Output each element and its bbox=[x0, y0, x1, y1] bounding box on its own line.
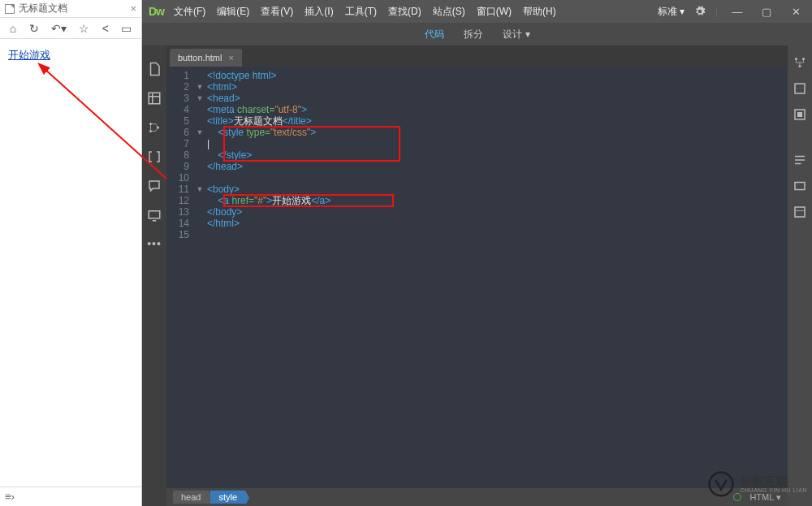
menu-edit[interactable]: 编辑(E) bbox=[217, 5, 249, 19]
crumb-style[interactable]: style bbox=[210, 491, 245, 504]
panel-icon-5[interactable] bbox=[793, 179, 807, 193]
branch-icon[interactable] bbox=[147, 120, 162, 135]
close-icon[interactable]: × bbox=[130, 2, 136, 15]
svg-rect-13 bbox=[795, 207, 805, 217]
tab-label: button.html bbox=[178, 53, 222, 63]
preview-pane: 无标题文档 × ⌂ ↻ ↶▾ ☆ < ▭ 开始游戏 ≡› bbox=[0, 0, 142, 506]
workspace-mode[interactable]: 标准 ▾ bbox=[658, 5, 685, 19]
left-tool-rail: ••• bbox=[142, 45, 166, 506]
svg-rect-5 bbox=[149, 211, 160, 218]
menu-site[interactable]: 站点(S) bbox=[433, 5, 465, 19]
maximize-button[interactable]: ▢ bbox=[757, 6, 776, 18]
close-button[interactable]: ✕ bbox=[786, 6, 806, 18]
undo-icon[interactable]: ↶▾ bbox=[48, 20, 70, 37]
svg-point-6 bbox=[795, 58, 797, 60]
menu-file[interactable]: 文件(F) bbox=[174, 5, 205, 19]
tab-bar: button.html × bbox=[166, 45, 788, 67]
preview-content: 开始游戏 bbox=[0, 39, 141, 487]
svg-rect-1 bbox=[149, 93, 160, 104]
breadcrumb: head style HTML ▾ bbox=[166, 488, 788, 506]
gear-icon[interactable] bbox=[694, 6, 706, 17]
crumb-head[interactable]: head bbox=[173, 491, 209, 504]
svg-rect-12 bbox=[795, 183, 805, 190]
watermark-sub: CHUANG XIN HU LIAN bbox=[740, 487, 807, 493]
svg-rect-9 bbox=[795, 84, 805, 93]
app-logo: Dw bbox=[149, 5, 164, 18]
svg-rect-11 bbox=[797, 112, 802, 117]
menu-help[interactable]: 帮助(H) bbox=[523, 5, 556, 19]
star-icon[interactable]: ☆ bbox=[76, 20, 93, 37]
watermark-logo-icon bbox=[707, 470, 735, 498]
dreamweaver-app: Dw 文件(F) 编辑(E) 查看(V) 插入(I) 工具(T) 查找(D) 站… bbox=[142, 0, 812, 506]
code-editor[interactable]: 123456789101112131415 ▼▼▼▼ <!doctype htm… bbox=[166, 67, 788, 488]
svg-point-3 bbox=[149, 130, 152, 132]
menu-find[interactable]: 查找(D) bbox=[388, 5, 421, 19]
preview-toolbar: ⌂ ↻ ↶▾ ☆ < ▭ bbox=[0, 18, 141, 39]
file-tab[interactable]: button.html × bbox=[170, 49, 242, 67]
manage-icon[interactable] bbox=[147, 91, 162, 106]
menu-window[interactable]: 窗口(W) bbox=[477, 5, 512, 19]
menu-tools[interactable]: 工具(T) bbox=[345, 5, 377, 19]
menubar: Dw 文件(F) 编辑(E) 查看(V) 插入(I) 工具(T) 查找(D) 站… bbox=[142, 0, 812, 23]
refresh-icon[interactable]: ↻ bbox=[26, 20, 42, 37]
panel-icon-3[interactable] bbox=[793, 107, 807, 122]
watermark-brand: 创新互联 bbox=[740, 476, 807, 487]
brackets-icon[interactable] bbox=[147, 149, 162, 164]
right-tool-rail bbox=[788, 45, 812, 506]
fold-column: ▼▼▼▼ bbox=[196, 67, 204, 488]
view-split[interactable]: 拆分 bbox=[464, 28, 483, 41]
chat-icon[interactable] bbox=[147, 179, 162, 193]
svg-point-14 bbox=[710, 473, 733, 496]
svg-point-8 bbox=[799, 65, 801, 67]
preview-bottom-bar: ≡› bbox=[0, 487, 141, 506]
view-switcher: 代码 拆分 设计▾ bbox=[142, 23, 812, 45]
back-icon[interactable]: < bbox=[99, 20, 112, 37]
home-icon[interactable]: ⌂ bbox=[6, 20, 19, 37]
minimize-button[interactable]: — bbox=[728, 6, 747, 18]
preview-title: 无标题文档 bbox=[19, 2, 67, 15]
menu-insert[interactable]: 插入(I) bbox=[304, 5, 333, 19]
preview-titlebar: 无标题文档 × bbox=[0, 0, 141, 18]
code-lines[interactable]: <!doctype html><html><head><meta charset… bbox=[204, 67, 788, 488]
line-gutter: 123456789101112131415 bbox=[166, 67, 196, 488]
panel-icon-4[interactable] bbox=[793, 153, 807, 167]
svg-point-7 bbox=[802, 58, 805, 60]
more-icon[interactable]: ••• bbox=[147, 237, 162, 250]
preview-icon[interactable] bbox=[147, 208, 162, 223]
page-icon[interactable]: ▭ bbox=[118, 20, 135, 37]
list-icon[interactable]: ≡› bbox=[5, 491, 15, 503]
editor-area: button.html × 123456789101112131415 ▼▼▼▼… bbox=[166, 45, 788, 506]
watermark: 创新互联 CHUANG XIN HU LIAN bbox=[707, 470, 807, 498]
document-icon bbox=[5, 4, 15, 14]
menu-view[interactable]: 查看(V) bbox=[261, 5, 293, 19]
panel-icon-6[interactable] bbox=[793, 205, 807, 219]
file-icon[interactable] bbox=[147, 62, 162, 76]
tab-close-icon[interactable]: × bbox=[228, 53, 233, 63]
view-code[interactable]: 代码 bbox=[425, 28, 444, 41]
panel-icon-1[interactable] bbox=[793, 55, 807, 70]
start-game-link[interactable]: 开始游戏 bbox=[8, 49, 50, 61]
view-design[interactable]: 设计▾ bbox=[503, 28, 530, 41]
svg-point-2 bbox=[149, 123, 152, 125]
panel-icon-2[interactable] bbox=[793, 81, 807, 96]
